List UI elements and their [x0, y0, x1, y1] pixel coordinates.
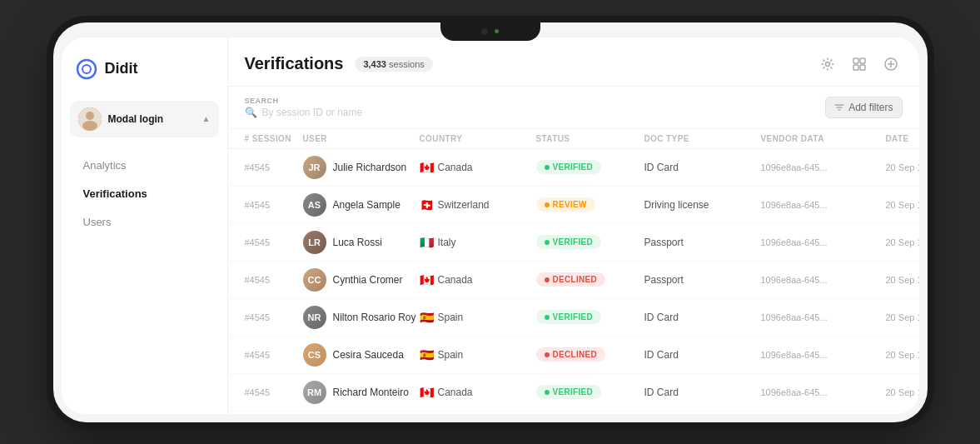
col-status: STATUS: [536, 134, 644, 143]
col-session: # SESSION: [245, 134, 303, 143]
user-avatar: CC: [303, 268, 326, 292]
user-avatar: AS: [303, 193, 326, 217]
country-name: Canada: [438, 387, 473, 398]
doc-type: Passport: [644, 237, 761, 248]
session-id: #4545: [245, 350, 303, 360]
table-header: # SESSION USER COUNTRY STATUS DOC TYPE V…: [228, 129, 919, 149]
svg-rect-8: [853, 65, 858, 70]
country-name: Spain: [438, 312, 464, 323]
account-avatar: [78, 107, 102, 131]
date: 20 Sep 12:54: [886, 237, 919, 247]
status-dot-icon: [545, 240, 550, 245]
add-icon[interactable]: [879, 52, 903, 76]
table-row[interactable]: #4545 CS Cesira Sauceda 🇪🇸 Spain DECLINE…: [228, 337, 919, 374]
country-name: Canada: [438, 274, 473, 286]
status-dot-icon: [545, 277, 550, 282]
chevron-up-icon: ▲: [202, 114, 211, 123]
country-flag: 🇮🇹: [420, 236, 434, 249]
doc-type: Driving license: [644, 199, 761, 211]
country-cell: 🇨🇦 Canada: [420, 386, 536, 399]
user-name: Nilton Rosario Roy: [333, 312, 416, 323]
status-cell: DECLINED: [536, 272, 644, 287]
user-cell: AS Angela Sample: [303, 193, 420, 217]
vendor-data: 1096e8aa-645...: [761, 275, 886, 285]
user-name: Julie Richardson: [333, 162, 407, 173]
user-name: Luca Rossi: [333, 237, 382, 248]
date: 20 Sep 12:54: [886, 350, 919, 360]
session-id: #4545: [245, 200, 303, 210]
svg-point-0: [77, 60, 96, 78]
sidebar-item-analytics[interactable]: Analytics: [68, 152, 221, 179]
user-cell: JR Julie Richardson: [303, 156, 420, 179]
settings-icon[interactable]: [816, 52, 839, 76]
col-country: COUNTRY: [420, 134, 536, 143]
logo-text: Didit: [105, 60, 138, 77]
status-cell: DECLINED: [536, 347, 644, 362]
sidebar-nav: Analytics Verifications Users: [62, 151, 227, 237]
country-cell: 🇨🇦 Canada: [420, 273, 536, 287]
status-badge: VERIFIED: [536, 310, 602, 324]
svg-rect-9: [860, 65, 865, 70]
user-avatar: LR: [303, 231, 326, 254]
country-cell: 🇨🇦 Canada: [420, 161, 536, 174]
table-row[interactable]: #4545 LR Luca Rossi 🇮🇹 Italy VERIFIED Pa…: [228, 224, 919, 262]
col-vendor-data: VENDOR DATA: [761, 134, 886, 143]
grid-icon[interactable]: [848, 52, 871, 76]
account-avatar-icon: [78, 107, 102, 131]
vendor-data: 1096e8aa-645...: [761, 162, 886, 172]
user-avatar: CS: [303, 343, 326, 367]
svg-point-4: [82, 121, 97, 131]
country-cell: 🇪🇸 Spain: [420, 348, 536, 362]
search-field: SEARCH 🔍 By session ID or name: [245, 97, 363, 118]
add-filters-button[interactable]: Add filters: [825, 97, 902, 118]
table-row[interactable]: #4545 CC Cynthia Cromer 🇨🇦 Canada DECLIN…: [228, 262, 919, 299]
vendor-data: 1096e8aa-645...: [761, 350, 886, 360]
status-cell: REVIEW: [536, 197, 644, 212]
status-dot-icon: [545, 390, 550, 395]
sidebar-item-users[interactable]: Users: [68, 208, 221, 236]
status-badge: VERIFIED: [536, 160, 602, 174]
table-row[interactable]: #4545 AS Angela Sample 🇨🇭 Switzerland RE…: [228, 187, 919, 224]
session-id: #4545: [245, 387, 303, 397]
search-area: SEARCH 🔍 By session ID or name Add filte…: [228, 87, 919, 129]
country-name: Italy: [438, 237, 456, 248]
status-badge: REVIEW: [536, 197, 595, 212]
logo-icon: [75, 57, 98, 81]
country-cell: 🇮🇹 Italy: [420, 236, 536, 249]
notch-indicator: [495, 29, 499, 33]
table-body: #4545 JR Julie Richardson 🇨🇦 Canada VERI…: [228, 149, 919, 412]
session-count-badge: 3,433 sessions: [355, 57, 432, 72]
session-id: #4545: [245, 162, 303, 172]
date: 20 Sep 12:54: [886, 200, 919, 210]
account-name: Modal login: [108, 113, 196, 125]
table-container: # SESSION USER COUNTRY STATUS DOC TYPE V…: [228, 129, 919, 414]
doc-type: ID Card: [644, 162, 761, 173]
status-badge: VERIFIED: [536, 385, 602, 399]
user-cell: NR Nilton Rosario Roy: [303, 306, 420, 329]
country-flag: 🇨🇭: [420, 198, 434, 212]
country-cell: 🇨🇭 Switzerland: [420, 198, 536, 212]
country-flag: 🇨🇦: [420, 161, 434, 174]
session-id: #4545: [245, 312, 303, 322]
user-name: Angela Sample: [333, 199, 400, 211]
vendor-data: 1096e8aa-645...: [761, 237, 886, 247]
search-input-row[interactable]: 🔍 By session ID or name: [245, 107, 363, 118]
country-flag: 🇨🇦: [420, 386, 434, 399]
table-row[interactable]: #4545 NR Nilton Rosario Roy 🇪🇸 Spain VER…: [228, 299, 919, 337]
status-dot-icon: [545, 202, 550, 207]
col-doc-type: DOC TYPE: [644, 134, 761, 143]
user-avatar: RM: [303, 381, 326, 404]
country-flag: 🇨🇦: [420, 273, 434, 287]
table-row[interactable]: #4545 JR Julie Richardson 🇨🇦 Canada VERI…: [228, 149, 919, 187]
table-row[interactable]: #4545 RM Richard Monteiro 🇨🇦 Canada VERI…: [228, 374, 919, 412]
svg-point-5: [825, 62, 829, 66]
date: 20 Sep 12:54: [886, 162, 919, 172]
search-placeholder: By session ID or name: [262, 107, 363, 118]
sidebar-item-verifications[interactable]: Verifications: [68, 180, 221, 207]
account-selector[interactable]: Modal login ▲: [70, 101, 219, 137]
filter-icon: [834, 102, 844, 112]
status-dot-icon: [545, 165, 550, 170]
status-cell: VERIFIED: [536, 235, 644, 249]
date: 20 Sep 12:54: [886, 275, 919, 285]
session-id: #4545: [245, 237, 303, 247]
